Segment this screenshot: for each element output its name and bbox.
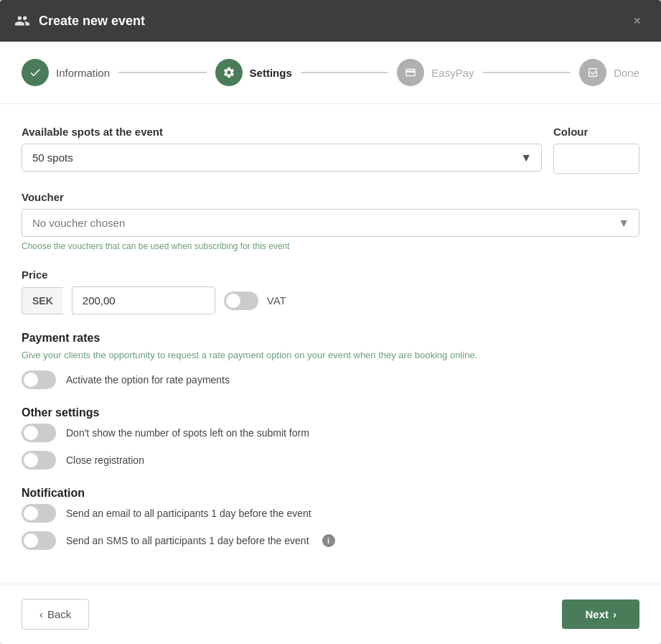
price-currency: SEK [22, 287, 63, 314]
voucher-group: Voucher No voucher chosen ▼ Choose the v… [22, 191, 639, 251]
close-registration-toggle[interactable] [22, 451, 56, 470]
colour-section: Colour [553, 126, 639, 174]
back-chevron-icon: ‹ [39, 608, 43, 620]
price-label: Price [22, 269, 639, 281]
step-label-settings: Settings [250, 67, 292, 79]
step-line-3 [483, 72, 571, 73]
step-settings: Settings [215, 59, 292, 86]
sms-notify-label: Send an SMS to all participants 1 day be… [66, 535, 309, 546]
sms-notify-toggle[interactable] [22, 531, 56, 550]
payment-rates-desc: Give your clients the opportunity to req… [22, 349, 639, 362]
hide-spots-toggle-slider [22, 424, 56, 442]
next-label: Next [585, 608, 609, 620]
close-registration-label: Close registration [66, 454, 144, 466]
notification-title: Notification [22, 487, 639, 500]
spots-colour-group: Available spots at the event 50 spots 25… [22, 126, 639, 174]
spots-select[interactable]: 50 spots 25 spots 100 spots Unlimited [22, 144, 542, 172]
modal-content: Available spots at the event 50 spots 25… [0, 104, 661, 584]
email-notify-toggle-row: Send an email to all participants 1 day … [22, 504, 639, 523]
step-circle-settings [215, 59, 243, 86]
voucher-select-wrapper: No voucher chosen ▼ [22, 209, 639, 237]
other-settings-group: Other settings Don't show the number of … [22, 406, 639, 470]
create-event-modal: Create new event × Information Settings [0, 0, 661, 644]
step-label-information: Information [56, 67, 110, 79]
sms-info-icon[interactable]: i [322, 534, 335, 547]
payment-rates-group: Payment rates Give your clients the oppo… [22, 332, 639, 389]
email-notify-toggle[interactable] [22, 504, 56, 523]
sms-notify-toggle-slider [22, 531, 56, 550]
payment-rates-title: Payment rates [22, 332, 639, 345]
hide-spots-toggle[interactable] [22, 424, 56, 442]
price-input[interactable] [72, 286, 215, 314]
other-settings-title: Other settings [22, 406, 639, 419]
back-button[interactable]: ‹ Back [22, 599, 89, 630]
modal-header: Create new event × [0, 0, 661, 42]
step-line-1 [118, 72, 207, 73]
back-label: Back [47, 608, 71, 620]
step-circle-done [579, 59, 606, 86]
colour-label: Colour [553, 126, 639, 138]
sms-notify-toggle-row: Send an SMS to all participants 1 day be… [22, 531, 639, 550]
voucher-label: Voucher [22, 191, 639, 203]
step-label-easypay: EasyPay [431, 67, 474, 79]
stepper: Information Settings EasyPay Done [0, 42, 661, 104]
voucher-hint: Choose the vouchers that can be used whe… [22, 241, 639, 251]
spots-select-wrapper: 50 spots 25 spots 100 spots Unlimited ▼ [22, 144, 542, 172]
step-information: Information [22, 59, 110, 86]
modal-footer: ‹ Back Next › [0, 584, 661, 644]
payment-rates-toggle-label: Activate the option for rate payments [66, 374, 230, 386]
email-notify-label: Send an email to all participants 1 day … [66, 508, 311, 519]
close-button[interactable]: × [627, 11, 647, 30]
spots-label: Available spots at the event [22, 126, 542, 138]
colour-picker[interactable] [553, 144, 639, 174]
vat-toggle[interactable] [224, 291, 258, 310]
notification-group: Notification Send an email to all partic… [22, 487, 639, 550]
close-registration-toggle-row: Close registration [22, 451, 639, 470]
header-left: Create new event [14, 13, 145, 29]
voucher-select[interactable]: No voucher chosen [22, 209, 639, 237]
payment-rates-toggle[interactable] [22, 370, 56, 389]
step-done: Done [579, 59, 639, 86]
spots-section: Available spots at the event 50 spots 25… [22, 126, 542, 172]
payment-rates-toggle-slider [22, 370, 56, 389]
step-line-2 [301, 72, 389, 73]
hide-spots-label: Don't show the number of spots left on t… [66, 427, 309, 439]
email-notify-toggle-slider [22, 504, 56, 523]
modal-title: Create new event [39, 14, 145, 29]
step-circle-easypay [397, 59, 424, 86]
step-label-done: Done [614, 67, 639, 79]
payment-rates-toggle-row: Activate the option for rate payments [22, 370, 639, 389]
vat-toggle-slider [224, 291, 258, 310]
next-button[interactable]: Next › [562, 599, 639, 629]
price-row: SEK VAT [22, 286, 639, 314]
next-chevron-icon: › [613, 608, 617, 620]
step-circle-information [22, 59, 49, 86]
people-icon [14, 13, 30, 29]
vat-label: VAT [267, 294, 286, 307]
step-easypay: EasyPay [397, 59, 474, 86]
spots-colour-row: Available spots at the event 50 spots 25… [22, 126, 639, 174]
hide-spots-toggle-row: Don't show the number of spots left on t… [22, 424, 639, 442]
close-registration-toggle-slider [22, 451, 56, 470]
price-group: Price SEK VAT [22, 269, 639, 314]
